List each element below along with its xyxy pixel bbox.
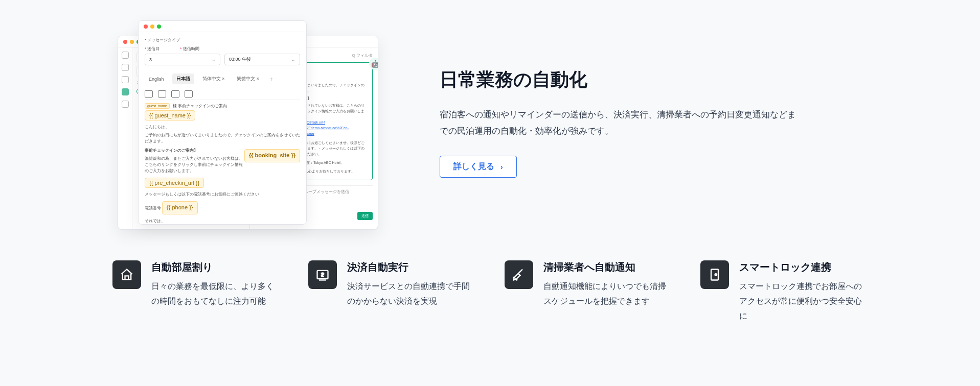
window-chrome	[139, 21, 306, 32]
hero-section: 予約確認時に予約された場合は送信しないでください 支払い後に送信 これらのOTA…	[0, 0, 980, 230]
door-lock-icon	[700, 260, 729, 289]
action-send-group: グループメッセージを送信	[300, 189, 349, 195]
house-icon	[112, 260, 141, 289]
lang-tab: 简体中文 ×	[198, 74, 229, 84]
body-line: ご予約のお日にちが近づいてまいりましたので、チェックインのご案内をさせていただき…	[145, 132, 300, 144]
window-dot-red	[144, 25, 148, 29]
feature-desc: スマートロック連携でお部屋へのアクセスが常に便利かつ安全安心に	[739, 279, 868, 323]
chevron-right-icon: ›	[500, 163, 503, 171]
features-row: 自動部屋割り 日々の業務を最低限に、より多くの時間をおもてなしに注力可能 決済自…	[0, 230, 980, 323]
hero-title: 日常業務の自動化	[440, 67, 797, 92]
add-language-icon: +	[267, 76, 275, 83]
cta-label: 詳しく見る	[453, 161, 494, 172]
sidebar-icon	[122, 64, 129, 71]
chevron-down-icon: ⌄	[291, 57, 295, 62]
template-tag-booking-site: {{ booking_site }}	[244, 149, 300, 162]
inline-tag: guest_name	[145, 103, 170, 109]
sidebar-icon	[122, 101, 129, 108]
lang-tab: English	[145, 75, 168, 84]
feature-title: 自動部屋割り	[151, 260, 280, 274]
feature-cleaner-notify: 清掃業者へ自動通知 自動通知機能によりいつでも清掃スケジュールを把握できます	[505, 260, 672, 323]
body-line: メッセージもしくは以下の電話番号にお気軽にご連絡ください	[145, 191, 300, 198]
sidebar-icon	[122, 52, 129, 59]
send-time-label: 送信時間	[180, 46, 199, 52]
send-date-value: 3	[149, 57, 152, 62]
feature-auto-payment: 決済自動実行 決済サービスとの自動連携で手間のかからない決済を実現	[308, 260, 475, 323]
toolbar-icon	[158, 90, 166, 98]
feature-desc: 日々の業務を最低限に、より多くの時間をおもてなしに注力可能	[151, 279, 280, 309]
feature-title: スマートロック連携	[739, 260, 868, 274]
feature-title: 清掃業者へ自動通知	[543, 260, 672, 274]
svg-point-3	[715, 274, 717, 276]
app-window-foreground: * メッセージタイプ 送信日 送信時間 3 ⌄ 03:00 午後 ⌄	[138, 20, 307, 225]
hero-visual: 予約確認時に予約された場合は送信しないでください 支払い後に送信 これらのOTA…	[61, 15, 389, 230]
toolbar-icon	[171, 90, 179, 98]
chevron-down-icon: ⌄	[212, 57, 216, 62]
lang-tab: 繁體中文 ×	[233, 74, 263, 84]
template-tag-guest-name: {{ guest_name }}	[145, 110, 195, 120]
send-time-select: 03:00 午後 ⌄	[224, 54, 300, 65]
feature-desc: 自動通知機能によりいつでも清掃スケジュールを把握できます	[543, 279, 672, 309]
template-tag-phone: {{ phone }}	[162, 201, 197, 214]
broom-icon	[505, 260, 533, 289]
toolbar-icon	[185, 90, 193, 98]
hero-description: 宿泊客への通知やリマインダーの送信から、決済実行、清掃業者への予約日変更通知など…	[440, 107, 797, 140]
cta-button[interactable]: 詳しく見る ›	[440, 156, 517, 178]
feature-title: 決済自動実行	[347, 260, 475, 274]
feature-auto-room-assign: 自動部屋割り 日々の業務を最低限に、より多くの時間をおもてなしに注力可能	[112, 260, 280, 323]
body-section-title: 事前チェックインのご案内】	[145, 148, 198, 153]
window-dot-green	[157, 25, 161, 29]
robot-icon: 🤖	[369, 58, 378, 70]
body-phone-label: 電話番号	[145, 206, 161, 210]
sidebar	[118, 47, 132, 229]
hero-text: 日常業務の自動化 宿泊客への通知やリマインダーの送信から、決済実行、清掃業者への…	[440, 67, 797, 178]
sidebar-icon-active	[122, 88, 129, 95]
lang-tab-active: 日本語	[172, 74, 194, 84]
feature-desc: 決済サービスとの自動連携で手間のかからない決済を実現	[347, 279, 475, 309]
body-greeting: こんにちは、	[145, 124, 300, 130]
send-time-value: 03:00 午後	[229, 56, 251, 63]
sidebar-icon	[122, 76, 129, 83]
msg-type-label: メッセージタイプ	[147, 38, 180, 42]
language-tabs: English 日本語 简体中文 × 繁體中文 × +	[145, 70, 300, 87]
editor-toolbar	[145, 87, 300, 100]
send-button: 送信	[357, 212, 373, 220]
subject-value: 様 事前チェックインのご案内	[173, 103, 227, 109]
feature-smart-lock: スマートロック連携 スマートロック連携でお部屋へのアクセスが常に便利かつ安全安心…	[700, 260, 868, 323]
send-date-label: 送信日	[145, 46, 159, 52]
body-closing: それでは、	[145, 218, 300, 224]
window-dot-red	[123, 40, 127, 44]
toolbar-icon	[145, 90, 153, 98]
window-dot-yellow	[130, 40, 134, 44]
template-tag-pre-checkin-url: {{ pre_checkin_url }}	[145, 178, 204, 188]
payment-icon	[308, 260, 337, 289]
window-dot-yellow	[150, 25, 154, 29]
send-date-select: 3 ⌄	[145, 54, 220, 65]
